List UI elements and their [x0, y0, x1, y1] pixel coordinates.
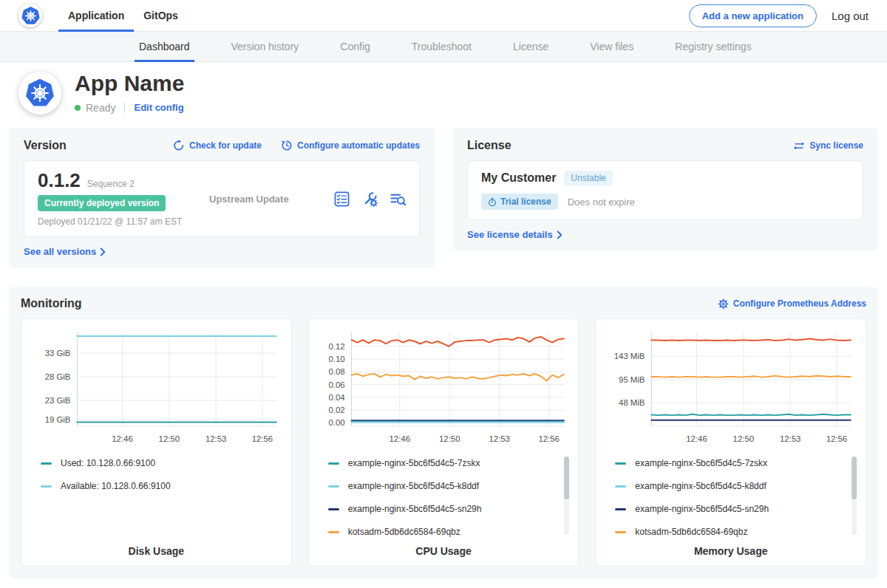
svg-text:0.00: 0.00: [328, 418, 344, 427]
svg-text:12:46: 12:46: [687, 434, 707, 443]
deployed-timestamp: Deployed 01/21/22 @ 11:57 am EST: [38, 216, 205, 227]
chart-title: Memory Usage: [605, 545, 857, 557]
legend-label: example-nginx-5bc6f5d4c5-k8ddf: [635, 481, 766, 491]
configure-prometheus-link[interactable]: Configure Prometheus Address: [718, 298, 866, 310]
legend-scrollbar-thumb[interactable]: [852, 457, 857, 499]
legend-item: example-nginx-5bc6f5d4c5-7zskx: [615, 458, 845, 468]
tab-troubleshoot[interactable]: Troubleshoot: [391, 32, 492, 61]
tab-version-history[interactable]: Version history: [211, 32, 320, 61]
svg-text:143 MiB: 143 MiB: [614, 352, 645, 360]
legend-label: kotsadm-5db6dc6584-69qbz: [348, 527, 461, 537]
license-card: My Customer Unstable Trial license Does …: [467, 160, 863, 220]
legend-color-dash: [615, 485, 626, 488]
nav-brand: [18, 0, 42, 31]
sync-arrows-icon: [793, 141, 805, 151]
nav-logo[interactable]: [18, 4, 42, 27]
legend-item: example-nginx-5bc6f5d4c5-sn29h: [615, 504, 845, 514]
legend-item: example-nginx-5bc6f5d4c5-7zskx: [328, 458, 558, 468]
file-search-icon[interactable]: [390, 191, 406, 207]
tab-license[interactable]: License: [492, 32, 569, 61]
svg-text:48 MiB: 48 MiB: [619, 398, 645, 407]
app-tab-bar: DashboardVersion historyConfigTroublesho…: [0, 32, 887, 62]
legend-label: Available: 10.128.0.66:9100: [61, 481, 171, 491]
version-panel-title: Version: [24, 139, 67, 152]
topnav-tabs: ApplicationGitOps: [58, 0, 188, 31]
svg-text:0.02: 0.02: [328, 406, 344, 414]
license-type-badge: Trial license: [481, 194, 558, 210]
svg-text:12:50: 12:50: [159, 434, 180, 443]
svg-text:23 GiB: 23 GiB: [45, 396, 71, 405]
see-license-details-link[interactable]: See license details: [467, 229, 563, 240]
legend-color-dash: [328, 462, 339, 465]
preflight-checklist-icon[interactable]: [334, 191, 350, 207]
legend-label: example-nginx-5bc6f5d4c5-7zskx: [348, 458, 480, 468]
svg-text:0.06: 0.06: [328, 380, 344, 389]
kubernetes-logo-icon: [24, 78, 55, 109]
svg-text:12:56: 12:56: [252, 434, 273, 443]
check-for-update-link[interactable]: Check for update: [173, 140, 262, 151]
deployed-status-badge: Currently deployed version: [38, 195, 166, 211]
legend-color-dash: [41, 462, 52, 465]
svg-text:0.04: 0.04: [328, 393, 344, 402]
clock-update-icon: [281, 140, 293, 151]
kubernetes-logo-icon: [21, 6, 41, 26]
svg-text:33 GiB: 33 GiB: [45, 349, 71, 358]
tab-dashboard[interactable]: Dashboard: [118, 32, 211, 61]
edit-config-link[interactable]: Edit config: [134, 102, 183, 113]
monitoring-title: Monitoring: [21, 297, 82, 310]
legend-item: Used: 10.128.0.66:9100: [41, 458, 271, 468]
app-header: App Name Ready Edit config: [0, 62, 887, 123]
disk-usage-legend: Used: 10.128.0.66:9100Available: 10.128.…: [30, 454, 282, 538]
see-all-versions-link[interactable]: See all versions: [24, 246, 106, 257]
svg-text:12:50: 12:50: [733, 434, 754, 443]
legend-scrollbar-thumb[interactable]: [564, 457, 569, 499]
legend-label: example-nginx-5bc6f5d4c5-7zskx: [635, 458, 767, 468]
logout-button[interactable]: Log out: [832, 10, 869, 22]
legend-scrollbar[interactable]: [564, 457, 569, 535]
legend-item: example-nginx-5bc6f5d4c5-sn29h: [328, 504, 558, 514]
legend-scrollbar[interactable]: [852, 457, 857, 535]
legend-label: example-nginx-5bc6f5d4c5-sn29h: [348, 504, 482, 514]
wrench-gear-config-icon[interactable]: [362, 191, 378, 207]
legend-item: kotsadm-5db6dc6584-69qbz: [328, 527, 558, 537]
legend-item: example-nginx-5bc6f5d4c5-k8ddf: [328, 481, 558, 491]
memory-usage-legend: example-nginx-5bc6f5d4c5-7zskxexample-ng…: [605, 454, 857, 538]
topnav-tab-application[interactable]: Application: [58, 0, 134, 31]
sync-license-link[interactable]: Sync license: [793, 140, 863, 151]
svg-text:12:56: 12:56: [538, 434, 559, 443]
version-panel: Version Check for update Configure au: [9, 128, 435, 267]
topnav-tab-gitops[interactable]: GitOps: [134, 0, 188, 31]
svg-text:12:56: 12:56: [826, 434, 847, 443]
stopwatch-icon: [488, 197, 497, 207]
svg-text:19 GiB: 19 GiB: [45, 415, 71, 424]
version-source-label: Upstream Update: [205, 194, 334, 205]
cpu-usage-chart-card: 0.000.020.040.060.080.100.1212:4612:5012…: [308, 318, 580, 567]
topnav-right: Add a new application Log out: [689, 0, 869, 31]
legend-color-dash: [41, 485, 52, 488]
svg-text:12:46: 12:46: [112, 434, 132, 443]
memory-usage-chart: 48 MiB95 MiB143 MiB12:4612:5012:5312:56: [605, 327, 857, 452]
svg-text:12:53: 12:53: [780, 434, 801, 443]
svg-text:28 GiB: 28 GiB: [45, 372, 71, 381]
configure-automatic-updates-link[interactable]: Configure automatic updates: [281, 140, 420, 151]
current-version-card: 0.1.2 Sequence 2 Currently deployed vers…: [24, 160, 420, 237]
disk-usage-chart-card: 19 GiB23 GiB28 GiB33 GiB12:4612:5012:531…: [21, 318, 292, 567]
svg-text:0.10: 0.10: [328, 355, 344, 363]
legend-label: example-nginx-5bc6f5d4c5-k8ddf: [348, 481, 479, 491]
legend-color-dash: [615, 462, 626, 465]
add-application-button[interactable]: Add a new application: [689, 4, 817, 27]
svg-text:12:50: 12:50: [439, 434, 460, 443]
legend-color-dash: [615, 508, 626, 510]
tab-registry-settings[interactable]: Registry settings: [654, 32, 772, 61]
disk-usage-chart: 19 GiB23 GiB28 GiB33 GiB12:4612:5012:531…: [30, 327, 282, 452]
chevron-right-icon: [557, 230, 563, 239]
page-title: App Name: [75, 72, 184, 95]
tab-view-files[interactable]: View files: [569, 32, 654, 61]
cpu-usage-legend: example-nginx-5bc6f5d4c5-7zskxexample-ng…: [318, 454, 570, 538]
legend-color-dash: [328, 508, 339, 510]
legend-color-dash: [615, 531, 626, 533]
tab-config[interactable]: Config: [319, 32, 390, 61]
svg-text:12:53: 12:53: [489, 434, 509, 443]
legend-item: example-nginx-5bc6f5d4c5-k8ddf: [615, 481, 845, 491]
memory-usage-chart-card: 48 MiB95 MiB143 MiB12:4612:5012:5312:56 …: [595, 318, 866, 567]
